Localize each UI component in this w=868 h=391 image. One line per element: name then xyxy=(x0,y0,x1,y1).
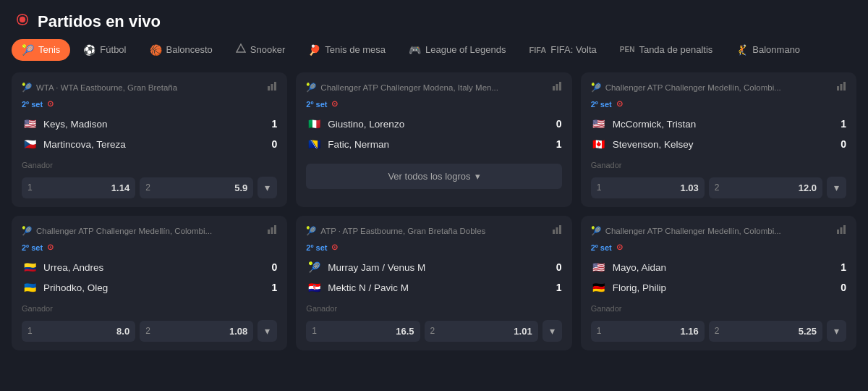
tab-tenis[interactable]: 🎾 Tenis xyxy=(12,39,70,61)
odds-btn-m1-1[interactable]: 2 5.9 xyxy=(140,177,253,198)
match-set-m2: 2º set ⊙ xyxy=(306,99,561,109)
match-set-m4: 2º set ⊙ xyxy=(22,243,277,252)
flag-prihodko xyxy=(22,279,38,295)
tournament-icon-m3: 🎾 xyxy=(591,83,601,93)
tab-snooker[interactable]: Snooker xyxy=(226,38,295,61)
odds-more-btn-m3[interactable]: ▾ xyxy=(827,177,846,198)
odds-row-m1: 1 1.14 2 5.9 ▾ xyxy=(22,177,277,198)
match-card-m2: 🎾 Challenger ATP Challenger Modena, Ital… xyxy=(296,72,571,207)
tab-futbol[interactable]: ⚽ Fútbol xyxy=(73,39,136,61)
winner-label-m6: Ganador xyxy=(591,304,846,313)
flag-martincova xyxy=(22,136,38,152)
player-row-m4-1: Prihodko, Oleg 1 xyxy=(22,279,277,295)
odds-more-btn-m1[interactable]: ▾ xyxy=(258,177,277,198)
fifa-icon: FIFA xyxy=(529,46,546,54)
odds-btn-m6-1[interactable]: 2 5.25 xyxy=(709,321,822,342)
match-set-m1: 2º set ⊙ xyxy=(22,99,277,109)
odds-btn-m6-0[interactable]: 1 1.16 xyxy=(591,321,705,342)
winner-label-m3: Ganador xyxy=(591,161,846,169)
tab-balonmano[interactable]: 🤾 Balonmano xyxy=(726,39,810,61)
tournament-icon-m1: 🎾 xyxy=(22,83,32,93)
match-tournament-m2: 🎾 Challenger ATP Challenger Modena, Ital… xyxy=(306,83,547,93)
flag-mektic xyxy=(306,279,322,295)
tab-baloncesto[interactable]: 🏀 Baloncesto xyxy=(140,39,223,61)
stats-icon-m3[interactable] xyxy=(836,81,846,93)
odds-more-btn-m4[interactable]: ▾ xyxy=(258,320,277,342)
player-row-m3-1: Stevenson, Kelsey 0 xyxy=(591,136,846,152)
player-row-m1-1: Martincova, Tereza 0 xyxy=(22,136,277,152)
match-players-m1: Keys, Madison 1 Martincova, Tereza 0 xyxy=(22,116,277,152)
tournament-icon-m6: 🎾 xyxy=(591,226,601,236)
match-header-m5: 🎾 ATP · ATP Eastbourne, Gran Bretaña Dob… xyxy=(306,224,561,237)
odds-btn-m5-0[interactable]: 1 16.5 xyxy=(306,321,420,342)
odds-btn-m4-1[interactable]: 2 1.08 xyxy=(140,321,253,342)
live-dot-m2: ⊙ xyxy=(331,99,338,109)
flag-urrea xyxy=(22,259,38,275)
odds-more-btn-m6[interactable]: ▾ xyxy=(827,320,846,342)
live-dot-m4: ⊙ xyxy=(47,243,54,252)
svg-rect-18 xyxy=(837,230,839,234)
match-tournament-m4: 🎾 Challenger ATP Challenger Medellín, Co… xyxy=(22,226,263,236)
header: Partidos en vivo xyxy=(0,0,868,38)
match-header-m2: 🎾 Challenger ATP Challenger Modena, Ital… xyxy=(306,81,561,93)
svg-rect-8 xyxy=(559,82,561,91)
player-row-m1-0: Keys, Madison 1 xyxy=(22,116,277,132)
match-card-m3: 🎾 Challenger ATP Challenger Medellín, Co… xyxy=(581,72,856,207)
page-title: Partidos en vivo xyxy=(38,12,161,31)
flag-mayo xyxy=(591,259,607,275)
svg-rect-3 xyxy=(268,86,270,91)
stats-icon-m1[interactable] xyxy=(267,81,277,93)
player-row-m4-0: Urrea, Andres 0 xyxy=(22,259,277,275)
odds-row-m6: 1 1.16 2 5.25 ▾ xyxy=(591,320,846,342)
odds-row-m4: 1 8.0 2 1.08 ▾ xyxy=(22,320,277,342)
futbol-icon: ⚽ xyxy=(83,44,95,56)
page-wrapper: Partidos en vivo 🎾 Tenis ⚽ Fútbol 🏀 Balo… xyxy=(0,0,868,362)
lol-icon: 🎮 xyxy=(409,44,421,56)
match-tournament-m3: 🎾 Challenger ATP Challenger Medellín, Co… xyxy=(591,83,832,93)
odds-btn-m3-0[interactable]: 1 1.03 xyxy=(591,177,705,198)
sport-tabs: 🎾 Tenis ⚽ Fútbol 🏀 Baloncesto Snooker 🏓 … xyxy=(0,38,868,68)
odds-btn-m4-0[interactable]: 1 8.0 xyxy=(22,321,135,342)
player-row-m6-1: Florig, Philip 0 xyxy=(591,279,846,295)
odds-btn-m3-1[interactable]: 2 12.0 xyxy=(709,177,822,198)
odds-row-m5: 1 16.5 2 1.01 ▾ xyxy=(306,320,561,342)
tab-tanda-de-penaltis[interactable]: PEN Tanda de penaltis xyxy=(610,39,723,60)
svg-rect-17 xyxy=(559,225,561,234)
match-set-m6: 2º set ⊙ xyxy=(591,243,846,252)
live-broadcast-icon xyxy=(14,12,30,31)
view-all-btn-m2[interactable]: Ver todos los logros ▾ xyxy=(306,164,561,189)
tab-league-of-legends[interactable]: 🎮 League of Legends xyxy=(399,39,516,61)
odds-row-m3: 1 1.03 2 12.0 ▾ xyxy=(591,177,846,198)
stats-icon-m5[interactable] xyxy=(552,224,562,237)
stats-icon-m6[interactable] xyxy=(836,224,846,237)
match-set-m3: 2º set ⊙ xyxy=(591,99,846,109)
svg-marker-2 xyxy=(237,44,245,52)
stats-icon-m2[interactable] xyxy=(552,81,562,93)
odds-btn-m1-0[interactable]: 1 1.14 xyxy=(22,177,135,198)
match-card-m6: 🎾 Challenger ATP Challenger Medellín, Co… xyxy=(581,216,856,350)
tournament-icon-m5: 🎾 xyxy=(306,226,316,236)
match-card-m5: 🎾 ATP · ATP Eastbourne, Gran Bretaña Dob… xyxy=(296,216,571,350)
player-row-m3-0: McCormick, Tristan 1 xyxy=(591,116,846,132)
match-card-m1: 🎾 WTA · WTA Eastbourne, Gran Bretaña 2º … xyxy=(12,72,287,207)
svg-rect-12 xyxy=(268,230,270,234)
tab-fifa-volta[interactable]: FIFA FIFA: Volta xyxy=(519,39,606,60)
svg-rect-4 xyxy=(271,84,273,91)
tenis-de-mesa-icon: 🏓 xyxy=(308,44,320,56)
tab-tenis-de-mesa[interactable]: 🏓 Tenis de mesa xyxy=(298,39,396,61)
odds-more-btn-m5[interactable]: ▾ xyxy=(542,320,562,342)
match-tournament-m6: 🎾 Challenger ATP Challenger Medellín, Co… xyxy=(591,226,832,236)
flag-giustino xyxy=(306,116,322,132)
match-header-m1: 🎾 WTA · WTA Eastbourne, Gran Bretaña xyxy=(22,81,277,93)
winner-label-m1: Ganador xyxy=(22,161,277,169)
match-header-m4: 🎾 Challenger ATP Challenger Medellín, Co… xyxy=(22,224,277,237)
tenis-icon: 🎾 xyxy=(22,44,34,56)
stats-icon-m4[interactable] xyxy=(267,224,277,237)
match-players-m5: Murray Jam / Venus M 0 Mektic N / Pavic … xyxy=(306,259,561,295)
odds-btn-m5-1[interactable]: 2 1.01 xyxy=(425,321,538,342)
svg-rect-20 xyxy=(843,225,846,234)
live-dot-m3: ⊙ xyxy=(616,99,623,109)
baloncesto-icon: 🏀 xyxy=(150,44,162,56)
player-row-m2-0: Giustino, Lorenzo 0 xyxy=(306,116,561,132)
match-set-m5: 2º set ⊙ xyxy=(306,243,561,252)
